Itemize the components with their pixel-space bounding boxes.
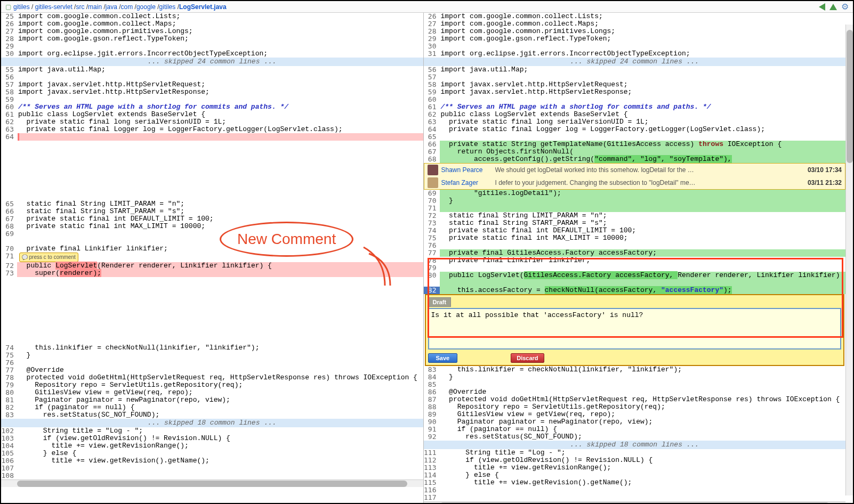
draft-label: Draft <box>428 297 452 307</box>
path-root[interactable]: gitiles <box>13 3 30 11</box>
comment-row[interactable]: Stefan Zager I defer to your judgement. … <box>424 176 845 189</box>
avatar <box>428 165 438 175</box>
draft-comment-box: Draft Save Discard <box>425 294 845 366</box>
path-file: LogServlet.java <box>179 3 227 11</box>
hscroll-left[interactable] <box>1 479 423 487</box>
header-bar: ▢ gitiles / gitiles-servlet /src /main /… <box>1 1 853 13</box>
hscroll-right[interactable] <box>424 501 846 503</box>
skip-bar[interactable]: ... skipped 24 common lines ... <box>1 58 423 66</box>
right-pane[interactable]: 26import com.google.common.collect.Lists… <box>424 13 853 503</box>
file-icon: ▢ <box>5 3 11 11</box>
comment-thread[interactable]: Shawn Pearce We should get logDetail wor… <box>424 163 846 190</box>
comment-hint[interactable]: press c to comment <box>19 253 78 262</box>
avatar <box>428 177 438 188</box>
comment-row[interactable]: Shawn Pearce We should get logDetail wor… <box>424 164 845 176</box>
skip-bar[interactable]: ... skipped 18 common lines ... <box>1 419 423 427</box>
left-pane[interactable]: 25import com.google.common.collect.Lists… <box>1 13 424 503</box>
vscroll[interactable] <box>845 25 853 495</box>
prev-arrow-icon[interactable] <box>819 3 825 11</box>
up-arrow-icon[interactable] <box>829 4 837 10</box>
discard-button[interactable]: Discard <box>511 353 544 363</box>
save-button[interactable]: Save <box>428 353 458 363</box>
draft-textarea[interactable] <box>428 308 842 349</box>
gear-icon[interactable]: ⚙ <box>841 2 849 12</box>
breadcrumb: gitiles / gitiles-servlet /src /main /ja… <box>13 3 819 11</box>
